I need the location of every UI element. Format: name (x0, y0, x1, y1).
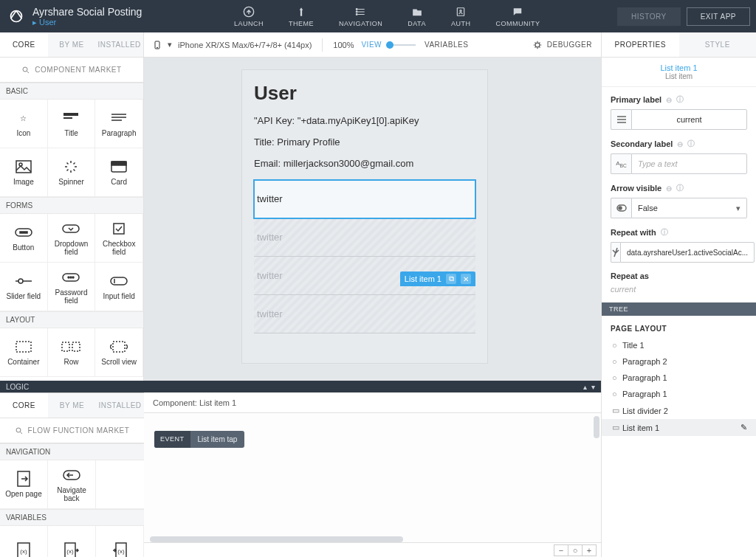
logic-bar[interactable]: LOGIC ▴▾ (0, 381, 601, 392)
comp-image[interactable]: Image (0, 148, 48, 197)
left-tab-core[interactable]: CORE (0, 32, 48, 57)
star-icon: ☆ (20, 110, 27, 126)
event-node[interactable]: EVENT List item tap (154, 431, 244, 448)
list-item[interactable]: twitter (254, 218, 475, 257)
delete-icon[interactable]: ✕ (461, 274, 471, 284)
preview-toggle[interactable] (386, 44, 416, 46)
component-market-search[interactable]: COMPONENT MARKET (0, 58, 143, 83)
comp-paragraph[interactable]: Paragraph (95, 100, 143, 148)
info-icon[interactable]: ⓘ (687, 139, 695, 149)
link-icon[interactable]: ⊖ (666, 96, 672, 104)
nav-community[interactable]: COMMUNITY (495, 5, 540, 27)
comp-scrollview[interactable]: Scroll view (95, 328, 143, 377)
selected-name[interactable]: List item 1 (602, 63, 756, 72)
comp-dropdown[interactable]: Dropdown field (48, 214, 96, 263)
zoom-value[interactable]: 100% (333, 41, 354, 49)
left-tab-byme[interactable]: BY ME (48, 32, 96, 57)
logic-tab-installed[interactable]: INSTALLED (96, 393, 144, 418)
svg-rect-26 (62, 342, 69, 351)
comp-spinner[interactable]: Spinner (48, 148, 96, 197)
exit-app-button[interactable]: EXIT APP (687, 7, 750, 26)
history-button[interactable]: HISTORY (617, 7, 681, 26)
comp-icon[interactable]: ☆Icon (0, 100, 48, 148)
left-tab-installed[interactable]: INSTALLED (95, 32, 143, 57)
page-title[interactable]: User (254, 82, 475, 105)
nav-launch[interactable]: LAUNCH (234, 5, 264, 27)
nav-navigation[interactable]: NAVIGATION (339, 5, 382, 27)
svg-point-6 (460, 10, 461, 12)
logic-tab-byme[interactable]: BY ME (48, 393, 96, 418)
list-item[interactable]: twitter (254, 295, 475, 333)
flow-navigate-back[interactable]: Navigate back (48, 460, 96, 509)
debugger-button[interactable]: DEBUGGER (532, 40, 592, 50)
copy-icon[interactable]: ⧉ (446, 274, 456, 284)
svg-rect-18 (114, 224, 124, 234)
tree-node[interactable]: ○Paragraph 1 (602, 386, 756, 402)
navigate-back-icon (63, 467, 80, 483)
flow-var-3[interactable]: (x) (96, 526, 144, 557)
comp-slider[interactable]: Slider field (0, 263, 48, 311)
preview-link[interactable]: VIEW (361, 41, 382, 49)
comp-checkbox[interactable]: Checkbox field (95, 214, 143, 263)
zoom-out-button[interactable]: − (554, 544, 568, 556)
logic-vscroll[interactable] (594, 416, 599, 438)
device-label[interactable]: iPhone XR/XS Max/6+/7+/8+ (414px) (178, 41, 312, 49)
logic-canvas-body[interactable]: EVENT List item tap (144, 413, 601, 542)
tab-properties[interactable]: PROPERTIES (602, 32, 679, 57)
nav-auth[interactable]: AUTH (451, 5, 471, 27)
formula-icon[interactable] (611, 242, 620, 263)
tree-node[interactable]: ○Title 1 (602, 337, 756, 353)
comp-title[interactable]: Title (48, 100, 96, 148)
info-icon[interactable]: ⓘ (676, 183, 684, 193)
binding-type-icon[interactable] (611, 109, 631, 130)
flow-open-page[interactable]: Open page (0, 460, 48, 509)
nav-data[interactable]: DATA (408, 5, 426, 27)
variables-link[interactable]: VARIABLES (425, 41, 468, 49)
primary-label-input[interactable]: current (631, 109, 747, 130)
bool-type-icon[interactable] (611, 198, 631, 218)
repeat-as-value[interactable]: current (611, 285, 747, 294)
tree-node-selected[interactable]: ▭List item 1✎ (602, 419, 756, 436)
link-icon[interactable]: ⊖ (666, 184, 672, 193)
tree-node[interactable]: ○Paragraph 2 (602, 353, 756, 370)
zoom-in-button[interactable]: + (582, 544, 597, 556)
rotate-icon[interactable]: ▾ (168, 40, 172, 49)
comp-input[interactable]: Input field (95, 263, 143, 311)
edit-icon[interactable]: ✎ (740, 423, 747, 432)
selection-tag[interactable]: List item 1 ⧉ ✕ (400, 271, 475, 286)
list-item[interactable]: twitter (254, 180, 475, 218)
comp-card[interactable]: Card (95, 148, 143, 197)
comp-container[interactable]: Container (0, 328, 48, 377)
paragraph-email[interactable]: Email: millerjackson3000@gmail.com (254, 158, 475, 169)
flow-var-1[interactable]: (x) (0, 526, 48, 557)
nav-theme[interactable]: THEME (289, 5, 314, 27)
app-logo[interactable] (0, 0, 32, 32)
comp-row[interactable]: Row (48, 328, 96, 377)
arrow-visible-select[interactable]: False▾ (631, 198, 747, 218)
tree-header[interactable]: TREE (602, 302, 756, 316)
tree-node[interactable]: ○Paragraph 1 (602, 370, 756, 386)
logic-hscroll[interactable] (150, 536, 571, 542)
info-icon[interactable]: ⓘ (661, 227, 668, 238)
info-icon[interactable]: ⓘ (676, 94, 684, 105)
secondary-label-input[interactable]: Type a text (631, 153, 747, 174)
comp-password[interactable]: Password field (48, 263, 96, 311)
flow-function-market-search[interactable]: FLOW FUNCTION MARKET (0, 418, 144, 443)
zoom-reset-button[interactable]: ○ (568, 544, 583, 556)
device-icon[interactable] (153, 38, 162, 52)
logic-collapse-icon[interactable]: ▴ (583, 383, 587, 391)
logic-expand-icon[interactable]: ▾ (591, 383, 595, 391)
link-icon[interactable]: ⊖ (677, 140, 683, 148)
paragraph-title[interactable]: Title: Primary Profile (254, 136, 475, 148)
paragraph-api-key[interactable]: "API Key: "+data.myApiKey1[0].apiKey (254, 115, 475, 126)
logic-tab-core[interactable]: CORE (0, 393, 48, 418)
tree-node[interactable]: ▭List divider 2 (602, 402, 756, 419)
comp-button[interactable]: Button (0, 214, 48, 263)
breadcrumb[interactable]: ▸User (32, 18, 142, 27)
tab-style[interactable]: STYLE (679, 32, 757, 57)
text-type-icon[interactable]: ABC (611, 153, 631, 174)
design-canvas[interactable]: User "API Key: "+data.myApiKey1[0].apiKe… (144, 58, 601, 381)
repeat-with-input[interactable]: data.ayrshareUser1.activeSocialAc... (620, 242, 755, 263)
flow-var-2[interactable]: (x) (48, 526, 96, 557)
container-icon (16, 339, 32, 355)
